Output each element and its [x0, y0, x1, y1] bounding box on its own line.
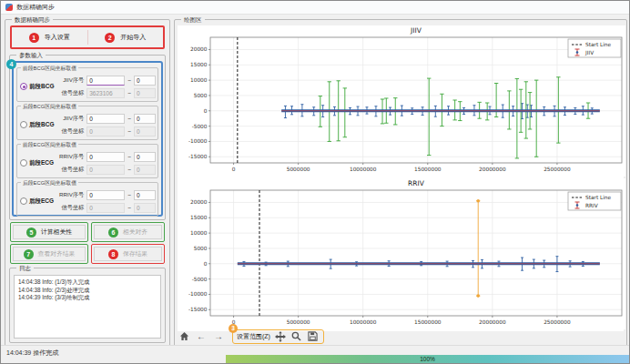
home-icon[interactable] [178, 330, 190, 343]
sync-panel-label: 数据精确同步 [12, 15, 53, 24]
chart-rriv[interactable]: 0500000010000000150000002000000025000000… [178, 178, 625, 329]
rear-bcg-coord-start-input [86, 126, 125, 136]
front-ecg-rriv-end-input[interactable] [134, 152, 156, 162]
section-rear-bcg: 后段BCG区间坐标取值 后段BCG JIIV序号 ~ [16, 106, 158, 140]
svg-text:15000000: 15000000 [414, 167, 442, 172]
svg-text:0: 0 [204, 108, 208, 114]
svg-text:20000000: 20000000 [479, 167, 506, 172]
svg-text:15000: 15000 [190, 62, 208, 67]
radio-rear-bcg[interactable]: 后段BCG [20, 121, 55, 129]
rear-bcg-jiiv-end-input[interactable] [134, 114, 156, 124]
plot-toolbar: ← → 3 设置范围(Z) [178, 329, 324, 344]
front-bcg-jiiv-end-input[interactable] [134, 76, 156, 86]
radio-front-ecg[interactable]: 前段ECG [20, 159, 55, 167]
svg-text:15000000: 15000000 [414, 319, 442, 325]
save-result-box: 8 保存结果 [91, 244, 165, 264]
svg-text:-10000: -10000 [188, 291, 208, 297]
front-ecg-coord-start-input [86, 165, 125, 175]
radio-dot-front-ecg [20, 159, 27, 167]
start-import-label: 开始导入 [120, 33, 146, 42]
section-front-bcg: 前段BCG区间坐标取值 前段BCG JIIV序号 ~ [16, 67, 158, 102]
chart-canvas: 0500000010000000150000002000000025000000… [178, 25, 624, 331]
section-front-bcg-title: 前段BCG区间坐标取值 [21, 65, 78, 72]
front-ecg-rriv-start-input[interactable] [86, 152, 125, 162]
log-line: 14:04:39 Info: (3/3)绘制完成 [18, 294, 157, 302]
set-range-button[interactable]: 设置范围(Z) [237, 332, 270, 341]
svg-text:20000: 20000 [190, 199, 208, 205]
svg-text:0: 0 [232, 167, 236, 172]
plot-area-label: 绘图区 [181, 15, 205, 24]
svg-text:5000000: 5000000 [287, 319, 310, 325]
log-area[interactable]: 14:04:38 Info: (1/3)导入完成 14:04:38 Info: … [14, 275, 161, 339]
svg-text:25000000: 25000000 [544, 319, 571, 325]
svg-text:10000: 10000 [190, 230, 208, 236]
forward-icon[interactable]: → [212, 330, 225, 343]
rear-bcg-jiiv-start-input[interactable] [86, 114, 125, 124]
chart-jiiv[interactable]: 0500000010000000150000002000000025000000… [178, 25, 625, 177]
svg-text:5000000: 5000000 [287, 167, 310, 172]
import-settings-label: 导入设置 [45, 33, 70, 42]
radio-dot-rear-ecg [20, 197, 27, 205]
section-rear-ecg-title: 后段ECG区间坐标取值 [21, 179, 78, 187]
section-front-ecg-title: 前段ECG区间坐标取值 [21, 141, 78, 148]
sync-panel: 数据精确同步 1 导入设置 2 开始导入 参数输入 4 前段BCG区间坐标取值 [5, 19, 170, 347]
start-import-button[interactable]: 2 开始导入 [88, 27, 164, 47]
view-align-result-box: 7 查看对齐结果 [10, 244, 88, 264]
save-icon[interactable] [307, 330, 320, 343]
svg-text:-15000: -15000 [188, 307, 208, 312]
svg-text:-15000: -15000 [188, 154, 208, 159]
svg-text:RRIV: RRIV [408, 179, 425, 187]
step-badge-6: 6 [108, 228, 118, 238]
step-badge-8: 8 [108, 249, 118, 259]
svg-text:10000000: 10000000 [350, 319, 377, 325]
view-align-result-button: 7 查看对齐结果 [13, 247, 86, 261]
radio-front-bcg[interactable]: 前段BCG [20, 83, 55, 91]
params-highlight-box: 4 前段BCG区间坐标取值 前段BCG JIIV序号 ~ [12, 61, 163, 217]
params-group-label: 参数输入 [16, 51, 46, 59]
section-rear-bcg-title: 后段BCG区间坐标取值 [21, 103, 78, 110]
svg-text:5000: 5000 [194, 93, 208, 98]
log-line: 14:04:38 Info: (2/3)处理完成 [18, 287, 157, 295]
svg-text:20000000: 20000000 [479, 319, 506, 325]
front-bcg-jiiv-start-input[interactable] [86, 76, 125, 86]
svg-text:10000: 10000 [190, 77, 208, 83]
svg-text:5000: 5000 [194, 246, 208, 251]
svg-text:20000: 20000 [190, 46, 208, 52]
svg-text:25000000: 25000000 [544, 167, 571, 172]
calc-correlation-box: 5 计算相关性 [10, 222, 88, 242]
window-title: 数据精确同步 [16, 3, 55, 12]
svg-text:-5000: -5000 [192, 277, 208, 282]
calc-correlation-button[interactable]: 5 计算相关性 [13, 225, 86, 239]
step-badge-5: 5 [26, 228, 36, 238]
progress-bar: 100% [226, 355, 629, 363]
radio-dot-rear-bcg [20, 121, 27, 128]
back-icon[interactable]: ← [195, 330, 208, 343]
zoom-icon[interactable] [290, 330, 303, 343]
svg-text:-5000: -5000 [192, 124, 208, 129]
rear-ecg-rriv-end-input[interactable] [134, 190, 156, 200]
app-window: 数据精确同步 数据精确同步 1 导入设置 2 开始导入 参数输入 4 前段BCG… [0, 0, 630, 364]
step-badge-1: 1 [29, 33, 39, 43]
log-line: 14:04:38 Info: (1/3)导入完成 [18, 278, 157, 287]
svg-text:15000: 15000 [190, 215, 208, 220]
pan-icon[interactable] [274, 330, 287, 343]
rear-ecg-rriv-start-input[interactable] [86, 190, 125, 200]
plot-area-group: 绘图区 050000001000000015000000200000002500… [174, 19, 627, 347]
range-tool-group: 3 设置范围(Z) [232, 329, 324, 344]
front-ecg-coord-end-input [134, 165, 156, 175]
correlation-align-box: 6 相关对齐 [91, 222, 165, 242]
step-badge-4: 4 [6, 59, 16, 69]
progress-label: 100% [420, 355, 435, 363]
import-settings-button[interactable]: 1 导入设置 [12, 27, 87, 47]
svg-text:Start Line: Start Line [585, 42, 612, 47]
svg-text:JIIV: JIIV [410, 26, 422, 35]
radio-rear-ecg[interactable]: 后段ECG [20, 197, 55, 206]
log-group-label: 日志 [16, 264, 34, 272]
svg-text:Start Line: Start Line [585, 195, 612, 200]
svg-text:0: 0 [204, 261, 208, 267]
statusbar: 14:04:39 操作完成 100% [1, 345, 629, 363]
svg-text:10000000: 10000000 [350, 167, 377, 172]
svg-text:JIIV: JIIV [584, 50, 594, 56]
app-icon [5, 4, 13, 11]
svg-text:RRIV: RRIV [585, 203, 598, 208]
